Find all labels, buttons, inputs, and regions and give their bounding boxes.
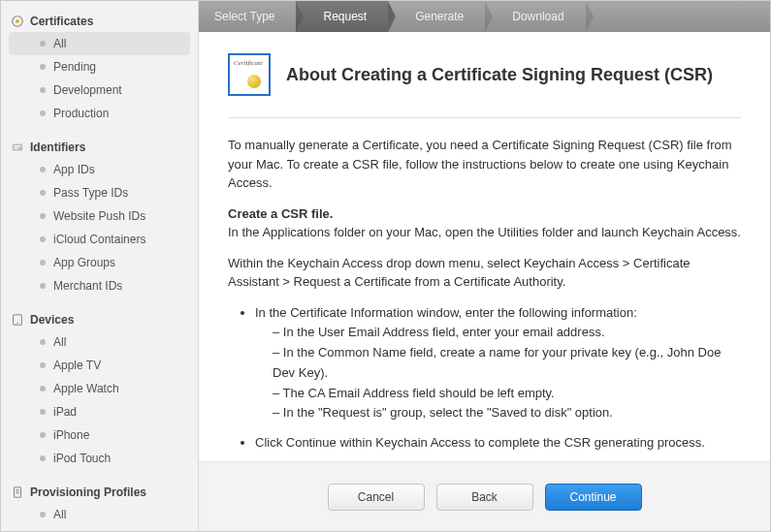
group-icon (11, 313, 24, 327)
group-icon (11, 485, 24, 499)
sidebar-item[interactable]: Pending (9, 55, 190, 78)
svg-rect-7 (15, 487, 21, 498)
svg-point-1 (16, 19, 19, 23)
sidebar-item[interactable]: Pass Type IDs (9, 181, 190, 204)
group-icon (11, 141, 24, 154)
group-icon (11, 15, 24, 28)
sidebar-group-title: Identifiers (1, 135, 198, 158)
sidebar-item[interactable]: All (9, 503, 190, 526)
sidebar-group-title: Certificates (1, 9, 198, 32)
sidebar-item[interactable]: iPad (9, 400, 190, 423)
certificate-icon: Certificate (228, 53, 271, 96)
sidebar-item[interactable]: Apple Watch (9, 377, 190, 400)
cancel-button[interactable]: Cancel (328, 484, 425, 511)
paragraph-1: In the Applications folder on your Mac, … (228, 225, 741, 239)
sidebar-item[interactable]: Development (9, 526, 190, 531)
sidebar-group-title: Provisioning Profiles (1, 480, 198, 503)
svg-rect-3 (15, 145, 21, 146)
list-item: In the Certificate Information window, e… (255, 303, 741, 424)
sidebar-item[interactable]: iPod Touch (9, 447, 190, 470)
list-item: Click Continue within Keychain Access to… (255, 433, 741, 454)
step-generate[interactable]: Generate (388, 1, 485, 32)
footer-bar: Cancel Back Continue (199, 461, 770, 531)
paragraph-2: Within the Keychain Access drop down men… (228, 254, 741, 292)
sidebar-item[interactable]: Website Push IDs (9, 204, 190, 228)
list-subitem: In the User Email Address field, enter y… (273, 323, 741, 343)
sidebar-item[interactable]: iPhone (9, 423, 190, 447)
continue-button[interactable]: Continue (545, 484, 642, 511)
sidebar: CertificatesAllPendingDevelopmentProduct… (1, 1, 199, 531)
svg-point-6 (16, 323, 17, 324)
instruction-list: In the Certificate Information window, e… (255, 303, 741, 454)
svg-rect-2 (13, 144, 23, 151)
list-subitem: In the "Request is" group, select the "S… (273, 403, 741, 423)
sidebar-item[interactable]: App IDs (9, 158, 190, 181)
sidebar-item[interactable]: Apple TV (9, 354, 190, 377)
page-title: About Creating a Certificate Signing Req… (286, 65, 713, 85)
back-button[interactable]: Back (436, 484, 533, 511)
sidebar-item[interactable]: Merchant IDs (9, 274, 190, 297)
sidebar-item[interactable]: iCloud Containers (9, 228, 190, 251)
step-bar: Select TypeRequestGenerateDownload (199, 1, 770, 32)
step-request[interactable]: Request (296, 1, 388, 32)
sidebar-group-title: Devices (1, 307, 198, 330)
section-heading: Create a CSR file. (228, 206, 333, 221)
list-subitem: In the Common Name field, create a name … (273, 343, 741, 384)
sidebar-item[interactable]: App Groups (9, 251, 190, 274)
step-select-type[interactable]: Select Type (199, 1, 296, 32)
sidebar-item[interactable]: Production (9, 102, 190, 125)
svg-rect-4 (15, 147, 18, 148)
sidebar-item[interactable]: All (9, 330, 190, 354)
intro-text: To manually generate a Certificate, you … (228, 136, 741, 193)
sidebar-item[interactable]: Development (9, 78, 190, 102)
step-download[interactable]: Download (485, 1, 585, 32)
list-subitem: The CA Email Address field should be lef… (273, 384, 741, 404)
divider (228, 117, 741, 118)
content-area: Certificate About Creating a Certificate… (199, 32, 770, 461)
sidebar-item[interactable]: All (9, 32, 190, 55)
